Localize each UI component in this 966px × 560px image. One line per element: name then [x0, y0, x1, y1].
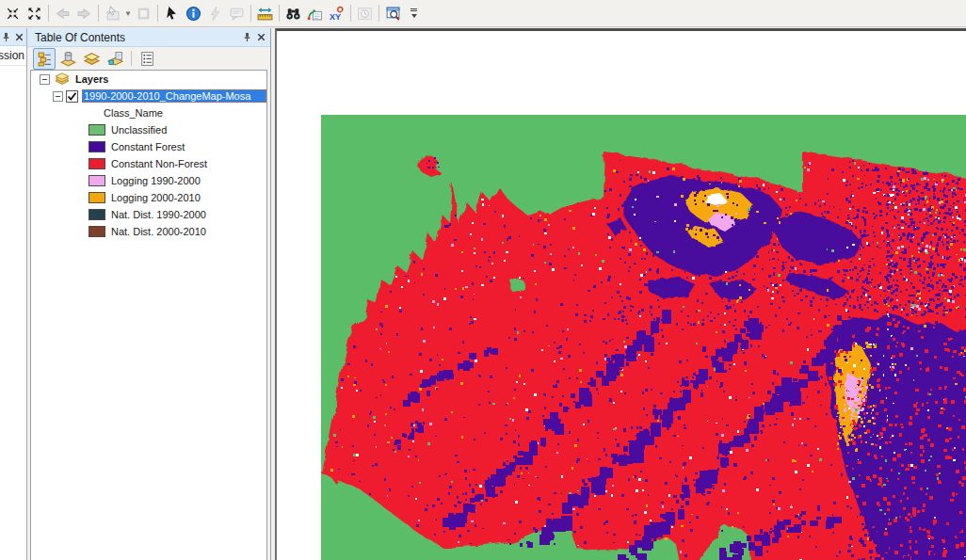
go-back-extent-button — [52, 3, 73, 24]
collapse-icon[interactable] — [40, 74, 50, 85]
measure-button[interactable] — [254, 3, 276, 24]
map-canvas[interactable] — [277, 31, 966, 560]
legend-class-row[interactable]: Unclassified — [31, 121, 266, 138]
find-button[interactable] — [282, 3, 304, 24]
legend-class-label: Logging 2000-2010 — [111, 192, 201, 203]
options-button[interactable] — [136, 48, 158, 70]
toolbar-separator — [98, 5, 99, 22]
toolbar-separator — [157, 5, 158, 22]
legend-class-label: Nat. Dist. 2000-2010 — [111, 226, 206, 237]
legend-class-row[interactable]: Logging 1990-2000 — [31, 172, 266, 189]
pin-icon[interactable] — [1, 32, 11, 42]
legend-class-row[interactable]: Constant Forest — [31, 138, 266, 155]
map-data-frame — [275, 28, 966, 560]
legend-color-swatch[interactable] — [89, 209, 105, 220]
toolbar-separator — [250, 5, 251, 22]
layer-field-label: Class_Name — [104, 107, 163, 119]
legend-class-label: Nat. Dist. 1990-2000 — [111, 209, 206, 220]
legend-class-row[interactable]: Nat. Dist. 1990-2000 — [31, 206, 266, 223]
tools-toolbar: ▼XY — [0, 0, 966, 27]
svg-text:XY: XY — [330, 12, 341, 22]
toolbar-separator — [48, 5, 49, 22]
legend-class-label: Logging 1990-2000 — [111, 175, 201, 186]
left-panel-label-fragment: ssion — [0, 46, 26, 66]
toc-tree: Layers 1990-2000-2010_ChangeMap-Mosa Cla… — [30, 70, 267, 560]
list-by-source-button[interactable] — [56, 48, 79, 70]
legend-class-row[interactable]: Nat. Dist. 2000-2010 — [31, 223, 266, 240]
pin-icon[interactable] — [242, 32, 252, 42]
list-by-drawing-order-button[interactable] — [33, 48, 56, 70]
fixed-zoom-in-button[interactable] — [2, 3, 24, 24]
time-slider-button — [354, 3, 376, 24]
toolbar-separator — [279, 5, 280, 22]
legend-color-swatch[interactable] — [89, 175, 105, 186]
select-elements-button[interactable] — [161, 3, 183, 24]
layers-group-icon — [53, 72, 72, 86]
toc-toolbar — [27, 47, 270, 70]
legend-color-swatch[interactable] — [89, 124, 105, 136]
left-panel-titlebar — [0, 28, 26, 46]
find-route-button[interactable] — [304, 3, 326, 24]
legend-class-row[interactable]: Logging 2000-2010 — [31, 189, 266, 206]
left-dock-panel: ssion — [0, 28, 27, 560]
go-to-xy-button[interactable]: XY — [326, 3, 347, 24]
close-icon[interactable] — [256, 32, 266, 42]
legend-class-row[interactable]: Constant Non-Forest — [31, 155, 266, 172]
toolbar-separator — [350, 5, 351, 22]
tree-row-layer[interactable]: 1990-2000-2010_ChangeMap-Mosa — [31, 88, 266, 104]
collapse-icon[interactable] — [53, 91, 63, 102]
list-by-visibility-button[interactable] — [80, 48, 103, 70]
legend-color-swatch[interactable] — [89, 192, 105, 203]
close-icon[interactable] — [14, 32, 24, 42]
toolbar-separator — [131, 51, 132, 66]
clear-selected-features-button — [133, 3, 154, 24]
viewer-window-button[interactable] — [382, 3, 404, 24]
fixed-zoom-out-button[interactable] — [24, 3, 45, 24]
html-popup-button — [226, 3, 248, 24]
tree-row-layers[interactable]: Layers — [31, 71, 266, 88]
toolbar-separator — [378, 5, 379, 22]
layers-group-label: Layers — [75, 73, 108, 85]
tree-row-field[interactable]: Class_Name — [31, 104, 266, 121]
legend-color-swatch[interactable] — [89, 158, 105, 169]
layer-name-selected[interactable]: 1990-2000-2010_ChangeMap-Mosa — [82, 89, 266, 103]
legend-color-swatch[interactable] — [89, 141, 105, 152]
select-features-button — [102, 3, 123, 24]
identify-button[interactable] — [183, 3, 204, 24]
toolbar-overflow-button[interactable] — [408, 3, 420, 24]
legend-class-label: Constant Non-Forest — [111, 158, 207, 169]
legend-class-label: Constant Forest — [111, 141, 185, 152]
select-features-dropdown: ▼ — [123, 3, 133, 24]
toc-panel-title: Table Of Contents — [35, 31, 242, 44]
legend-class-label: Unclassified — [111, 124, 167, 136]
application-window: { "main_toolbar": { "buttons": [ {"name"… — [0, 0, 966, 560]
hyperlink-button — [204, 3, 226, 24]
list-by-selection-button[interactable] — [104, 48, 126, 70]
table-of-contents-panel: Table Of Contents Layers 1990-2000-2010_… — [27, 28, 271, 560]
go-forward-extent-button — [73, 3, 95, 24]
legend-color-swatch[interactable] — [89, 226, 105, 237]
layer-visibility-checkbox[interactable] — [66, 90, 78, 103]
toc-titlebar[interactable]: Table Of Contents — [27, 28, 270, 47]
